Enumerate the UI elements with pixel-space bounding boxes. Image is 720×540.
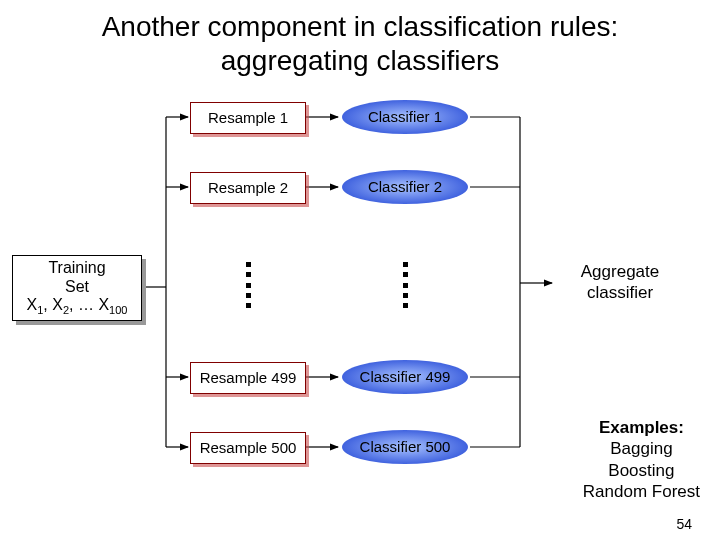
title-line1: Another component in classification rule…: [102, 11, 619, 42]
classifier-1-ellipse: Classifier 1: [340, 99, 470, 135]
classifier-499-label: Classifier 499: [360, 368, 451, 385]
classifier-500-label: Classifier 500: [360, 438, 451, 455]
example-boosting: Boosting: [583, 460, 700, 481]
training-line2: Set: [13, 278, 141, 296]
aggregate-classifier-label: Aggregate classifier: [555, 262, 685, 303]
example-random-forest: Random Forest: [583, 481, 700, 502]
training-line1: Training: [13, 259, 141, 277]
training-line3: X1, X2, … X100: [13, 296, 141, 317]
aggregate-line1: Aggregate: [581, 262, 659, 281]
diagram-area: Training Set X1, X2, … X100 Resample 1 R…: [0, 77, 720, 507]
resample-2-box: Resample 2: [190, 172, 306, 204]
example-bagging: Bagging: [583, 438, 700, 459]
resample-1-box: Resample 1: [190, 102, 306, 134]
aggregate-line2: classifier: [587, 283, 653, 302]
vdots-resample: [243, 262, 253, 308]
training-set-box: Training Set X1, X2, … X100: [12, 255, 142, 321]
classifier-500-ellipse: Classifier 500: [340, 429, 470, 465]
resample-499-box: Resample 499: [190, 362, 306, 394]
title-line2: aggregating classifiers: [221, 45, 500, 76]
classifier-2-ellipse: Classifier 2: [340, 169, 470, 205]
page-number: 54: [676, 516, 692, 532]
vdots-classifier: [400, 262, 410, 308]
slide-title: Another component in classification rule…: [0, 0, 720, 77]
classifier-2-label: Classifier 2: [368, 178, 442, 195]
classifier-499-ellipse: Classifier 499: [340, 359, 470, 395]
examples-block: Examples: Bagging Boosting Random Forest: [583, 417, 700, 502]
resample-500-box: Resample 500: [190, 432, 306, 464]
classifier-1-label: Classifier 1: [368, 108, 442, 125]
examples-header: Examples:: [583, 417, 700, 438]
